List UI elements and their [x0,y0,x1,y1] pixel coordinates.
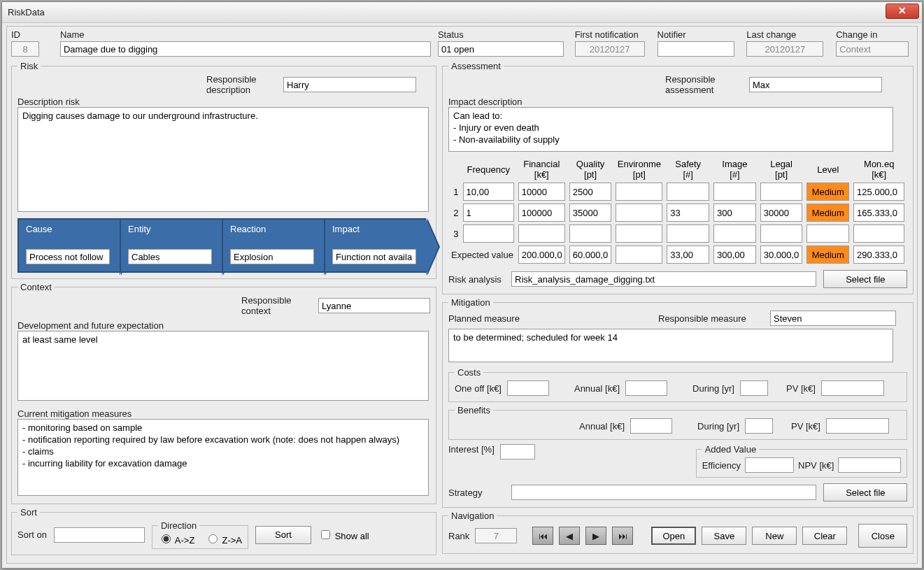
last-icon: ⏭ [618,531,627,541]
col-level: Level [805,158,851,180]
row-fin[interactable] [518,183,565,201]
assessment-resp-label: Responsible assessment [665,74,735,95]
assessment-impact-field[interactable] [448,107,893,152]
exp-legal[interactable] [760,245,803,264]
row-safe[interactable] [667,225,709,243]
sort-on-field[interactable] [54,527,145,543]
risk-desc-field[interactable] [17,107,429,212]
row-fin[interactable] [518,225,565,243]
exp-mon[interactable] [853,245,904,264]
change-in-field [836,41,909,57]
sort-az-label: A->Z [175,535,195,546]
strategy-select-file-button[interactable]: Select file [823,483,907,501]
row-legal[interactable] [760,183,803,201]
exp-qual[interactable] [569,245,612,264]
col-fin: Financial [k€] [517,158,567,180]
risk-resp-field[interactable] [283,77,416,92]
context-dev-field[interactable] [17,331,429,401]
row-qual[interactable] [569,225,612,243]
row-env[interactable] [616,225,662,243]
costs-pv-field[interactable] [821,380,884,396]
sort-button[interactable]: Sort [255,526,311,544]
planned-field[interactable] [448,329,893,362]
benefits-annual-field[interactable] [630,418,672,434]
context-resp-label: Responsible context [241,295,304,316]
row-freq[interactable] [463,204,514,222]
interest-field[interactable] [500,444,535,459]
row-env[interactable] [616,183,662,201]
benefits-during-field[interactable] [745,418,773,434]
row-img[interactable] [713,225,756,243]
chev-reaction-field[interactable] [230,249,314,264]
save-button[interactable]: Save [702,527,746,545]
row-safe[interactable] [667,183,709,201]
row-env[interactable] [616,204,662,222]
left-column: Risk Responsible description Description… [11,58,436,558]
costs-annual-field[interactable] [625,380,667,396]
row-img[interactable] [713,183,756,201]
show-all-check[interactable]: Show all [318,528,369,541]
analysis-field[interactable] [511,271,816,287]
first-notification-label: First notification [575,29,651,40]
strategy-field[interactable] [511,485,816,500]
costs-group: Costs One off [k€] Annual [k€] During [y… [448,367,907,402]
rank-label: Rank [448,531,469,541]
row-freq[interactable] [463,225,514,243]
benefits-pv-field[interactable] [826,418,889,434]
nav-next-button[interactable]: ▶ [585,527,606,545]
window: RiskData ✕ ID Name Status First notifica… [1,1,923,569]
clear-button[interactable]: Clear [802,527,847,545]
sort-group: Sort Sort on Direction A->Z Z->A Sort Sh… [11,507,436,555]
mitigation-resp-field[interactable] [770,311,896,326]
sort-on-label: Sort on [17,529,47,540]
chev-cause-field[interactable] [26,249,110,264]
name-field[interactable] [60,41,431,57]
nav-last-button[interactable]: ⏭ [612,527,633,545]
exp-fin[interactable] [518,245,565,264]
nav-prev-button[interactable]: ◀ [559,527,580,545]
sort-az-radio[interactable]: A->Z [158,535,194,546]
row-legal[interactable] [760,204,803,222]
row-mon[interactable] [853,204,904,222]
row-qual[interactable] [569,183,612,201]
sort-za-radio[interactable]: Z->A [205,535,242,546]
status-field[interactable] [438,41,564,57]
row-mon[interactable] [853,183,904,201]
row-mon[interactable] [853,225,904,243]
col-qual: Quality [pt] [568,158,613,180]
costs-oneoff-field[interactable] [507,380,549,396]
analysis-select-file-button[interactable]: Select file [823,270,907,288]
chev-impact: Impact [324,218,426,273]
new-button[interactable]: New [752,527,797,545]
table-row: 2Medium [450,203,906,222]
row-fin[interactable] [518,204,565,222]
row-freq[interactable] [463,183,514,201]
nav-first-button[interactable]: ⏮ [532,527,553,545]
window-close-button[interactable]: ✕ [886,3,919,19]
row-level: Medium [806,183,849,201]
open-button[interactable]: Open [651,527,696,545]
exp-env[interactable] [616,245,662,264]
context-cur-field[interactable] [17,419,429,496]
context-resp-field[interactable] [318,298,430,313]
chev-entity-field[interactable] [128,249,212,264]
last-change-label: Last change [746,29,829,40]
row-qual[interactable] [569,204,612,222]
exp-safe[interactable] [667,245,709,264]
table-row: 1Medium [450,182,906,201]
assessment-resp-field[interactable] [749,77,882,92]
npv-field[interactable] [838,457,901,473]
notifier-field[interactable] [658,41,734,57]
costs-during-field[interactable] [740,380,768,396]
col-legal: Legal [pt] [759,158,804,180]
close-button[interactable]: Close [858,524,907,548]
row-legal[interactable] [760,225,803,243]
row-img[interactable] [713,204,756,222]
chev-impact-field[interactable] [332,249,416,264]
window-title: RiskData [8,7,45,17]
sort-direction-group: Direction A->Z Z->A [152,520,248,549]
row-safe[interactable] [667,204,709,222]
risk-desc-label: Description risk [17,97,430,107]
efficiency-field[interactable] [745,457,794,473]
exp-img[interactable] [713,245,756,264]
